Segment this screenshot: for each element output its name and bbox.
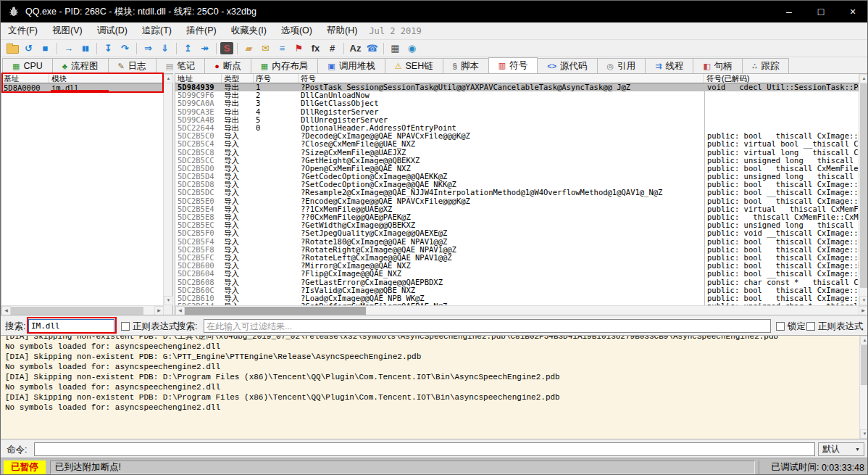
tab-memory-map[interactable]: ▦内存布局 bbox=[251, 58, 318, 73]
settings-globe-icon[interactable]: ◉ bbox=[404, 41, 420, 56]
symbol-row[interactable]: 5DC2B5D8导入?SetCodecOption@CxImage@@QAE_N… bbox=[175, 181, 859, 189]
scroll-thumb[interactable] bbox=[861, 345, 868, 385]
execute-till-return-icon[interactable]: ↥ bbox=[180, 41, 196, 56]
bookmarks-icon[interactable]: ⚑ bbox=[291, 41, 306, 56]
scroll-up-arrow[interactable]: ▲ bbox=[859, 74, 868, 83]
module-search-input[interactable] bbox=[28, 319, 114, 333]
strings-az-icon[interactable]: Az bbox=[348, 41, 363, 56]
column-header-base[interactable]: 基址 bbox=[1, 74, 49, 83]
symbol-row[interactable]: 5DC2B604导入?Flip@CxImage@@QAE_NXZpublic: … bbox=[175, 270, 859, 278]
tab-notes[interactable]: ▤笔记 bbox=[156, 58, 205, 73]
symbol-row[interactable]: 5D99C9F6导出2DllCanUnloadNow bbox=[175, 91, 859, 99]
lock-checkbox-group[interactable]: 锁定 bbox=[776, 321, 806, 333]
symbol-row[interactable]: 5DC2B5D4导入?GetCodecOption@CxImage@@QAEKK… bbox=[175, 173, 859, 181]
symbol-row[interactable]: 5D99CA4B导出5DllUnregisterServer bbox=[175, 116, 859, 124]
symbol-row[interactable]: 5DC2B5F0导入?SetJpegQuality@CxImage@@QAEXE… bbox=[175, 229, 859, 237]
symbol-row[interactable]: 5DC2B5E8导入??0CxMemFile@@QAE@PAEK@Zpublic… bbox=[175, 213, 859, 221]
step-out-icon[interactable]: ⇓ bbox=[157, 41, 172, 56]
scroll-up-arrow[interactable]: ▲ bbox=[860, 336, 868, 345]
menu-item-调试D[interactable]: 调试(D) bbox=[90, 22, 135, 39]
result-filter-input[interactable] bbox=[204, 319, 771, 333]
tab-cpu[interactable]: ▦CPU bbox=[2, 58, 53, 73]
symbol-row[interactable]: 5D99CA3E导出4DllRegisterServer bbox=[175, 108, 859, 116]
s-badge-icon[interactable]: S bbox=[220, 42, 233, 54]
regex2-checkbox[interactable] bbox=[806, 322, 815, 331]
maximize-button[interactable]: □ bbox=[805, 1, 837, 22]
stop-icon[interactable]: ■ bbox=[38, 41, 53, 56]
labels-icon[interactable]: ≡ bbox=[275, 41, 290, 56]
tab-threads[interactable]: ⇉线程 bbox=[645, 58, 693, 73]
regex-checkbox[interactable] bbox=[121, 322, 130, 331]
symbol-row[interactable]: 5DC2B5C4导入?Close@CxMemFile@@UAE_NXZpubli… bbox=[175, 140, 859, 148]
modules-hscrollbar[interactable]: ◀ ▶ bbox=[1, 305, 164, 315]
tab-call-stack[interactable]: ▣调用堆栈 bbox=[317, 58, 385, 73]
patches-icon[interactable]: ▰ bbox=[241, 41, 256, 56]
menu-item-帮助H[interactable]: 帮助(H) bbox=[320, 22, 364, 39]
trace-into-icon[interactable]: ⇒ bbox=[141, 41, 156, 56]
symbol-row[interactable]: 5DC2B5C8导入?Size@CxMemFile@@UAEJXZpublic:… bbox=[175, 149, 859, 157]
regex2-checkbox-group[interactable]: 正则表达式 bbox=[806, 321, 864, 333]
scroll-down-arrow[interactable]: ▼ bbox=[860, 429, 868, 439]
minimize-button[interactable]: – bbox=[773, 1, 805, 22]
menu-item-插件P[interactable]: 插件(P) bbox=[179, 22, 224, 39]
column-header-symbol[interactable]: 符号 bbox=[299, 74, 704, 83]
pause-icon[interactable]: ▮▮ bbox=[78, 41, 93, 56]
tab-trace[interactable]: ∴跟踪 bbox=[742, 58, 790, 73]
calculator-icon[interactable]: ▦ bbox=[388, 41, 403, 56]
module-row[interactable]: 5D8A0000im.dll bbox=[1, 83, 163, 93]
scroll-down-arrow[interactable]: ▼ bbox=[164, 296, 173, 305]
tab-graph[interactable]: ♣流程图 bbox=[52, 58, 109, 73]
symbol-row[interactable]: 5DC2B608导入?GetLastError@CxImage@@QAEPBDX… bbox=[175, 278, 859, 286]
symbol-row[interactable]: 5DC22644导出0OptionalHeader.AddressOfEntry… bbox=[175, 124, 859, 132]
tab-source[interactable]: <>源代码 bbox=[537, 58, 597, 73]
phone-icon[interactable]: ☎ bbox=[364, 41, 380, 56]
column-header-symbol-undecorated[interactable]: 符号(已解码) bbox=[704, 74, 859, 83]
menu-item-追踪T[interactable]: 追踪(T) bbox=[135, 22, 179, 39]
menu-item-视图V[interactable]: 视图(V) bbox=[45, 22, 90, 39]
menu-item-收藏夹I[interactable]: 收藏夹(I) bbox=[224, 22, 274, 39]
step-over-icon[interactable]: ↷ bbox=[117, 41, 133, 56]
symbol-row[interactable]: 5D99CA0A导出3DllGetClassObject bbox=[175, 99, 859, 107]
column-header-address[interactable]: 地址 bbox=[175, 74, 222, 83]
menu-item-选项O[interactable]: 选项(O) bbox=[274, 22, 320, 39]
regex-checkbox-group[interactable]: 正则表达式 bbox=[121, 321, 178, 333]
symbol-row[interactable]: 5DC2B5EC导入?GetWidth@CxImage@@QBEKXZpubli… bbox=[175, 221, 859, 229]
log-vscrollbar[interactable]: ▲ ▼ bbox=[859, 336, 868, 439]
symbol-row[interactable]: 5DC2B5C0导入?Decode@CxImage@@QAE_NPAVCxFil… bbox=[175, 132, 859, 140]
symbols-vscrollbar[interactable]: ▲ ▼ bbox=[859, 74, 868, 305]
lock-checkbox[interactable] bbox=[776, 322, 785, 331]
restart-icon[interactable]: ↺ bbox=[21, 41, 36, 56]
command-input[interactable] bbox=[34, 442, 815, 456]
symbol-row[interactable]: 5DC2B610导入?Load@CxImage@@QAE_NPB_WK@Zpub… bbox=[175, 294, 859, 302]
symbol-row[interactable]: 5DC2B5E0导入?Encode@CxImage@@QAE_NPAVCxFil… bbox=[175, 197, 859, 205]
tab-symbols[interactable]: ▥符号 bbox=[488, 57, 538, 73]
symbol-row[interactable]: 5DC2B5DC导入?Resample2@CxImage@@QAE_NJJW4I… bbox=[175, 189, 859, 197]
symbol-row[interactable]: 5DC2B600导入?Mirror@CxImage@@QAE_NXZpublic… bbox=[175, 262, 859, 270]
command-mode-dropdown[interactable]: 默认 ▼ bbox=[818, 442, 864, 456]
symbol-row[interactable]: 5DC2B5F4导入?Rotate180@CxImage@@QAE_NPAV1@… bbox=[175, 238, 859, 246]
column-header-type[interactable]: 类型 bbox=[222, 74, 254, 83]
scroll-thumb[interactable] bbox=[860, 83, 868, 288]
tab-seh-chain[interactable]: ⚠SEH链 bbox=[385, 58, 443, 73]
tab-log[interactable]: ✎日志 bbox=[108, 58, 157, 73]
scroll-down-arrow[interactable]: ▼ bbox=[859, 296, 868, 305]
run-to-user-code-icon[interactable]: ↠ bbox=[197, 41, 212, 56]
step-into-icon[interactable]: ↧ bbox=[101, 41, 116, 56]
scroll-thumb[interactable] bbox=[11, 307, 143, 315]
comments-icon[interactable]: ✉ bbox=[258, 41, 273, 56]
symbol-row[interactable]: 5DC2B60C导入?IsValid@CxImage@@QBE_NXZpubli… bbox=[175, 286, 859, 294]
tab-handles[interactable]: ◧句柄 bbox=[693, 58, 742, 73]
menu-item-文件F[interactable]: 文件(F) bbox=[1, 22, 45, 39]
symbol-row[interactable]: 5DC2B5FC导入?RotateLeft@CxImage@@QAE_NPAV1… bbox=[175, 254, 859, 262]
symbol-row[interactable]: 5D984939导出1?PostTask_Session@SessionTask… bbox=[175, 83, 859, 91]
close-button[interactable]: × bbox=[837, 1, 868, 22]
tab-references[interactable]: ◎引用 bbox=[597, 58, 646, 73]
column-header-module[interactable]: 模块 bbox=[49, 74, 163, 83]
symbol-row[interactable]: 5DC2B5D0导入?Open@CxMemFile@@QAE_NXZpublic… bbox=[175, 165, 859, 173]
tab-script[interactable]: §脚本 bbox=[443, 58, 489, 73]
tab-breakpoints[interactable]: ●断点 bbox=[204, 58, 251, 73]
symbol-row[interactable]: 5DC2B5E4导入??1CxMemFile@@UAE@XZpublic: vi… bbox=[175, 205, 859, 213]
symbol-row[interactable]: 5DC2B5F8导入?RotateRight@CxImage@@QAE_NPAV… bbox=[175, 246, 859, 254]
symbols-hscrollbar[interactable]: ◀ ▶ bbox=[175, 305, 868, 315]
symbol-log[interactable]: [DIA] Skipping non-existent PDB: D:\工具\逆… bbox=[1, 335, 868, 439]
